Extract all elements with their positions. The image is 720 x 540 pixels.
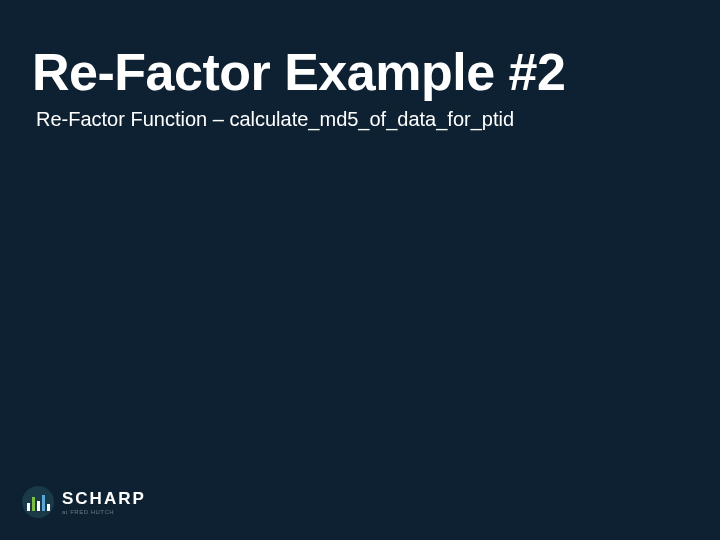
slide-container: Re-Factor Example #2 Re-Factor Function … bbox=[0, 0, 720, 540]
slide-subtitle: Re-Factor Function – calculate_md5_of_da… bbox=[32, 108, 688, 131]
footer-logo: SCHARP at FRED HUTCH bbox=[22, 486, 146, 518]
slide-title: Re-Factor Example #2 bbox=[32, 42, 688, 102]
logo-text-wrap: SCHARP at FRED HUTCH bbox=[62, 490, 146, 515]
scharp-bars-icon bbox=[22, 486, 54, 518]
logo-subtext: at FRED HUTCH bbox=[62, 509, 146, 515]
logo-text: SCHARP bbox=[62, 490, 146, 507]
